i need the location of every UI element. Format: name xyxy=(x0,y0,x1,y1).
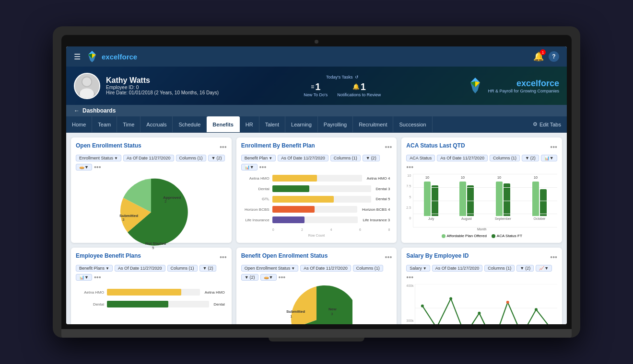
tab-hr[interactable]: HR xyxy=(240,116,259,132)
bar-row-dental: Dental Dental 3 xyxy=(243,185,390,192)
widget-employee-benefit-plans: Employee Benefit Plans ••• Benefit Plans… xyxy=(71,248,232,324)
widget6-title: Salary By Employee ID xyxy=(406,252,469,259)
w4-plans-filter[interactable]: Benefit Plans ▼ xyxy=(76,265,113,272)
w2-date[interactable]: As Of Date 11/27/2020 xyxy=(278,155,328,161)
w2-columns[interactable]: Columns (1) xyxy=(330,155,361,161)
w2-chart-type[interactable]: 📊▼ xyxy=(241,164,258,171)
employee-id: Employee ID: 0 xyxy=(106,85,219,90)
nav-left: ☰ excelforce xyxy=(74,50,137,63)
tab-succession[interactable]: Succession xyxy=(393,116,432,132)
w6-filter[interactable]: ▼(2) xyxy=(516,265,534,272)
widget1-menu[interactable]: ••• xyxy=(220,143,227,151)
notif-label: Notifications to Review xyxy=(337,92,381,97)
hero-brand-sub: HR & Payroll for Growing Companies xyxy=(488,89,559,93)
w5-columns[interactable]: Columns (1) xyxy=(353,265,383,272)
widget2-toolbar: Benefit Plan ▼ As Of Date 11/27/2020 Col… xyxy=(241,155,392,171)
bar-row-aetna: Aetna HMO Aetna HMO 4 xyxy=(243,175,390,182)
tasks-grid: ≡ 1 New To Do's 🔔 1 Notification xyxy=(304,81,381,97)
tab-time[interactable]: Time xyxy=(117,116,141,132)
edit-tabs-button[interactable]: ⚙ Edit Tabs xyxy=(527,116,567,132)
svg-text:Not Started: Not Started xyxy=(145,241,166,246)
widget6-menu[interactable]: ••• xyxy=(550,253,557,261)
widget5-menu[interactable]: ••• xyxy=(385,253,392,261)
aca-chart-inner: 107.552.50 xyxy=(406,174,557,228)
enrollment-bar-chart: Aetna HMO Aetna HMO 4 Dental xyxy=(241,174,392,238)
w5-status-filter[interactable]: Open Enrollment Status ▼ xyxy=(241,265,298,272)
w6-date[interactable]: As Of Date 11/27/2020 xyxy=(432,265,483,272)
enrollment-status-filter[interactable]: Enrollment Status ▼ xyxy=(76,155,121,161)
tab-talent[interactable]: Talent xyxy=(259,116,285,132)
w4-chart-type[interactable]: 📊▼ xyxy=(76,274,92,281)
logo-text: excelforce xyxy=(102,53,137,61)
widget2-menu[interactable]: ••• xyxy=(385,143,392,151)
w4-date[interactable]: As Of Date 11/27/2020 xyxy=(115,265,165,272)
tab-payrolling[interactable]: Payrolling xyxy=(318,116,353,132)
w5-date[interactable]: As Of Date 11/27/2020 xyxy=(300,265,351,272)
w3-more[interactable]: ••• xyxy=(406,163,413,171)
emp-bar-aetna: Aetna HMO Aetna HMO xyxy=(78,289,225,296)
w3-date[interactable]: As Of Date 11/27/2020 xyxy=(437,155,488,161)
tab-learning[interactable]: Learning xyxy=(285,116,318,132)
svg-point-29 xyxy=(478,312,481,315)
svg-text:3: 3 xyxy=(331,312,333,316)
w4-filter[interactable]: ▼(2) xyxy=(199,265,217,272)
widget3-title: ACA Status Last QTD xyxy=(406,142,465,149)
w3-filter[interactable]: ▼(2) xyxy=(522,155,539,161)
hero-left: Kathy Watts Employee ID: 0 Hire Date: 01… xyxy=(74,73,219,99)
widget5-header: Benefit Open Enrollment Status ••• xyxy=(241,252,392,262)
tab-recruitment[interactable]: Recruitment xyxy=(353,116,393,132)
w1-chart-type[interactable]: 🥧▼ xyxy=(76,164,92,171)
widget4-menu[interactable]: ••• xyxy=(220,253,227,261)
widget3-menu[interactable]: ••• xyxy=(550,143,557,151)
w1-date-filter[interactable]: As Of Date 11/27/2020 xyxy=(123,155,174,161)
w1-more[interactable]: ••• xyxy=(94,163,101,171)
w6-salary-filter[interactable]: Salary ▼ xyxy=(406,265,430,272)
svg-text:Submitted: Submitted xyxy=(286,309,305,314)
notif-badge: 1 xyxy=(540,49,546,55)
w3-status-filter[interactable]: ACA Status xyxy=(406,155,435,161)
w5-filter[interactable]: ▼(2) xyxy=(241,274,258,281)
w1-filter[interactable]: ▼ (2) xyxy=(208,155,225,161)
app-container: ☰ excelforce xyxy=(66,46,567,324)
top-nav: ☰ excelforce xyxy=(66,46,567,67)
hamburger-icon[interactable]: ☰ xyxy=(74,52,81,61)
help-button[interactable]: ? xyxy=(549,51,559,62)
widget4-title: Employee Benefit Plans xyxy=(76,252,141,259)
tab-home[interactable]: Home xyxy=(66,116,92,132)
widget-aca-status: ACA Status Last QTD ••• ACA Status As Of… xyxy=(401,137,562,243)
back-arrow[interactable]: ← xyxy=(74,107,80,114)
w2-plan-filter[interactable]: Benefit Plan ▼ xyxy=(241,155,276,161)
w5-more[interactable]: ••• xyxy=(279,273,286,281)
bar-row-horizon: Horizon BCBS Horizon BCBS 4 xyxy=(243,206,390,213)
benefit-enrollment-pie: Submitted 1 New 3 xyxy=(241,284,392,324)
w3-chart-type[interactable]: 📊▼ xyxy=(541,155,557,161)
tab-team[interactable]: Team xyxy=(92,116,117,132)
widget4-toolbar: Benefit Plans ▼ As Of Date 11/27/2020 Co… xyxy=(76,265,227,281)
w6-more[interactable]: ••• xyxy=(406,273,413,281)
svg-text:5: 5 xyxy=(152,246,154,250)
svg-point-6 xyxy=(82,77,92,86)
w1-columns[interactable]: Columns (1) xyxy=(176,155,206,161)
w6-columns[interactable]: Columns (1) xyxy=(484,265,515,272)
breadcrumb-bar: ← Dashboards xyxy=(66,105,567,116)
w2-filter[interactable]: ▼(2) xyxy=(363,155,380,161)
legend-offered: Affordable Plan Offered xyxy=(442,234,487,238)
enrollment-pie-chart: Approved 2 Submitted 3 Not Started 5 xyxy=(76,174,227,250)
w5-chart-type[interactable]: 🥧▼ xyxy=(260,274,277,281)
w3-columns[interactable]: Columns (1) xyxy=(490,155,520,161)
notif-item: 🔔 1 Notifications to Review xyxy=(337,81,381,97)
tab-benefits[interactable]: Benefits xyxy=(207,116,239,132)
w6-chart-type[interactable]: 📈▼ xyxy=(536,265,552,272)
w2-more[interactable]: ••• xyxy=(259,163,267,171)
hero-brand: excelforce xyxy=(488,79,559,89)
tab-accruals[interactable]: Accruals xyxy=(141,116,173,132)
notification-bell[interactable]: 🔔 1 xyxy=(533,51,544,62)
svg-text:3: 3 xyxy=(122,217,125,222)
widget2-header: Enrollment By Benefit Plan ••• xyxy=(241,142,392,152)
w4-columns[interactable]: Columns (1) xyxy=(167,265,198,272)
todo-count: 1 xyxy=(315,81,320,92)
w4-more[interactable]: ••• xyxy=(94,273,101,281)
tab-schedule[interactable]: Schedule xyxy=(173,116,207,132)
widget5-title: Benefit Open Enrollment Status xyxy=(241,252,328,259)
user-info: Kathy Watts Employee ID: 0 Hire Date: 01… xyxy=(106,76,219,95)
